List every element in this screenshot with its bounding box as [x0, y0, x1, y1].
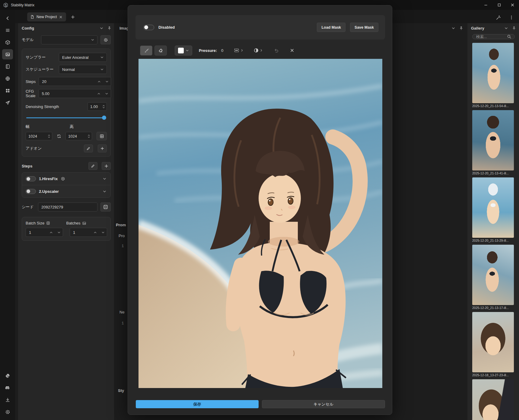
width-input[interactable] — [26, 134, 46, 138]
addons-add-button[interactable] — [98, 145, 107, 152]
scheduler-select-value: Normal — [62, 67, 100, 72]
gallery-thumbnail[interactable] — [472, 312, 514, 372]
menu-icon[interactable] — [2, 25, 13, 35]
config-pin-icon[interactable] — [107, 26, 112, 30]
batches-decrease-icon[interactable] — [99, 228, 107, 237]
scheduler-label: スケジューラー — [26, 67, 56, 72]
middle-pin-icon[interactable] — [459, 26, 464, 30]
window-controls — [479, 0, 519, 10]
gallery-thumbnail[interactable] — [472, 110, 514, 170]
document-icon — [30, 15, 34, 19]
batches-stepper — [70, 228, 107, 237]
scheduler-select[interactable]: Normal — [59, 65, 107, 74]
load-mask-button[interactable]: Load Mask — [317, 23, 345, 32]
batch-size-decrease-icon[interactable] — [55, 228, 63, 237]
model-settings-button[interactable] — [100, 35, 111, 44]
gallery-thumbnail[interactable] — [472, 43, 514, 103]
aspect-ratio-button[interactable] — [97, 132, 107, 140]
height-input[interactable] — [66, 134, 86, 138]
model-browser-icon[interactable] — [2, 73, 13, 84]
batch-size-increase-icon[interactable] — [47, 228, 55, 237]
maximize-button[interactable] — [492, 0, 506, 10]
more-options-icon[interactable] — [508, 14, 515, 21]
gallery-thumbnail[interactable] — [472, 379, 514, 420]
mask-preview-control[interactable] — [253, 48, 263, 53]
batch-size-label: Batch Size — [26, 221, 44, 225]
steps-input[interactable] — [39, 79, 95, 84]
packages-icon[interactable] — [2, 37, 13, 47]
back-arrow-icon[interactable] — [2, 13, 13, 23]
settings-gear-icon[interactable] — [2, 407, 13, 417]
inference-image-icon[interactable] — [2, 49, 13, 59]
denoise-slider[interactable] — [26, 116, 106, 120]
gallery-panel: Gallery 2025-12-20_21-13-54-ill... 2025-… — [467, 23, 519, 420]
cancel-button[interactable]: キャンセル — [262, 400, 385, 408]
upscaler-toggle[interactable] — [26, 189, 36, 194]
width-updown-icons[interactable] — [46, 134, 52, 138]
gallery-title: Gallery — [471, 26, 484, 30]
steps-increase-icon[interactable] — [95, 77, 103, 86]
sampler-select[interactable]: Euler Ancestral — [59, 53, 107, 62]
randomize-seed-button[interactable] — [100, 202, 111, 212]
clear-canvas-icon[interactable] — [290, 48, 295, 53]
positive-prompt-line-number: 1 — [122, 244, 124, 248]
undo-icon[interactable] — [272, 46, 281, 56]
new-tab-button[interactable] — [68, 13, 77, 21]
slider-knob[interactable] — [102, 116, 106, 120]
chevron-down-icon[interactable] — [102, 189, 107, 194]
seed-input[interactable] — [38, 205, 97, 209]
image-icon — [82, 221, 86, 225]
gallery-thumbnail[interactable] — [472, 245, 514, 305]
eraser-tool-icon[interactable] — [154, 46, 167, 56]
steps-add-button[interactable] — [102, 162, 111, 170]
brush-color-picker[interactable] — [175, 46, 192, 56]
denoise-input[interactable] — [88, 104, 101, 109]
downloads-icon[interactable] — [2, 395, 13, 405]
denoise-updown-icons[interactable] — [101, 105, 107, 109]
swap-dimensions-icon[interactable] — [55, 132, 63, 140]
brush-tool-icon[interactable] — [140, 46, 152, 56]
checkpoints-icon[interactable] — [2, 85, 13, 96]
python-icon[interactable] — [2, 371, 13, 381]
addons-edit-button[interactable] — [84, 145, 93, 152]
config-collapse-chevron-icon[interactable] — [99, 26, 104, 30]
height-updown-icons[interactable] — [86, 134, 92, 138]
canvas-size-control[interactable] — [234, 47, 244, 53]
middle-collapse-chevron-icon[interactable] — [451, 26, 456, 30]
mask-canvas-image[interactable] — [139, 59, 382, 388]
app-logo-icon — [3, 2, 8, 8]
model-select[interactable] — [41, 35, 97, 44]
gallery-collapse-chevron-icon[interactable] — [504, 26, 509, 30]
chevron-down-icon — [185, 49, 189, 52]
gear-icon[interactable] — [61, 177, 65, 181]
discord-icon[interactable] — [2, 383, 13, 393]
notebook-icon[interactable] — [2, 61, 13, 72]
hiresfix-toggle[interactable] — [26, 176, 36, 181]
width-label: 幅 — [26, 124, 70, 129]
mask-enable-toggle[interactable] — [143, 25, 154, 30]
chevron-down-icon[interactable] — [102, 177, 107, 181]
seed-field — [38, 202, 97, 212]
gallery-search-input[interactable] — [476, 35, 507, 39]
close-button[interactable] — [506, 0, 519, 10]
cfg-scale-label: CFG Scale — [26, 89, 36, 98]
cfg-scale-input[interactable] — [39, 91, 95, 96]
save-button[interactable]: 保存 — [136, 400, 259, 408]
tab-new-project[interactable]: New Project — [27, 12, 66, 21]
batches-increase-icon[interactable] — [91, 228, 99, 237]
gallery-thumbnail[interactable] — [472, 177, 514, 238]
wand-icon[interactable] — [495, 14, 501, 21]
tab-close-icon[interactable] — [59, 15, 63, 19]
minimize-button[interactable] — [479, 0, 492, 10]
steps-edit-button[interactable] — [88, 162, 97, 170]
hiresfix-row[interactable]: 1.HiresFix — [22, 173, 110, 185]
upscaler-row[interactable]: 2.Upscaler — [22, 185, 110, 197]
gallery-pin-icon[interactable] — [512, 26, 517, 30]
batches-input[interactable] — [70, 230, 91, 235]
batch-size-input[interactable] — [26, 230, 47, 235]
cfg-decrease-icon[interactable] — [103, 89, 111, 98]
steps-decrease-icon[interactable] — [103, 77, 111, 86]
save-mask-button[interactable]: Save Mask — [350, 23, 378, 32]
share-icon[interactable] — [2, 97, 13, 108]
cfg-increase-icon[interactable] — [95, 89, 103, 98]
